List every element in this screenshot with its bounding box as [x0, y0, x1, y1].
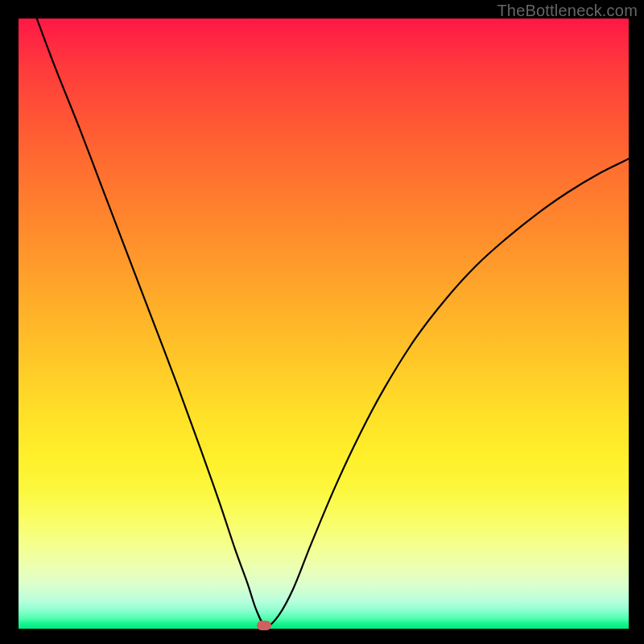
- watermark-text: TheBottleneck.com: [497, 2, 638, 20]
- optimum-marker: [257, 621, 271, 630]
- bottleneck-curve: [19, 19, 629, 629]
- chart-plot-area: [19, 19, 629, 629]
